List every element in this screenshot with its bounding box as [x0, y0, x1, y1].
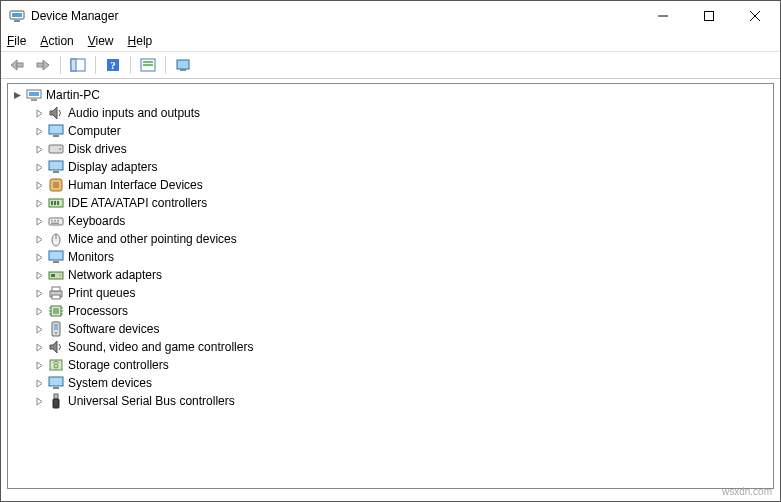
expand-icon[interactable]: [32, 304, 46, 318]
usb-icon: [48, 393, 64, 409]
expand-icon[interactable]: [10, 88, 24, 102]
expand-icon[interactable]: [32, 250, 46, 264]
tree-item[interactable]: System devices: [8, 374, 773, 392]
tree-item[interactable]: Monitors: [8, 248, 773, 266]
expand-icon[interactable]: [32, 340, 46, 354]
tree-item-label: Display adapters: [68, 160, 157, 174]
expand-icon[interactable]: [32, 160, 46, 174]
tree-root-label: Martin-PC: [46, 88, 100, 102]
maximize-button[interactable]: [686, 1, 732, 31]
tree-root[interactable]: Martin-PC: [8, 86, 773, 104]
ide-icon: [48, 195, 64, 211]
tree-item-label: Processors: [68, 304, 128, 318]
keyboard-icon: [48, 213, 64, 229]
properties-button[interactable]: [171, 54, 195, 76]
svg-rect-16: [177, 60, 189, 69]
toolbar: ?: [1, 51, 780, 79]
svg-text:?: ?: [110, 59, 116, 71]
expand-icon[interactable]: [32, 106, 46, 120]
close-button[interactable]: [732, 1, 778, 31]
menu-help[interactable]: Help: [128, 34, 153, 48]
tree-item-label: IDE ATA/ATAPI controllers: [68, 196, 207, 210]
expand-icon[interactable]: [32, 322, 46, 336]
tree-item-label: Storage controllers: [68, 358, 169, 372]
help-button[interactable]: ?: [101, 54, 125, 76]
tree-item[interactable]: IDE ATA/ATAPI controllers: [8, 194, 773, 212]
tree-item[interactable]: Keyboards: [8, 212, 773, 230]
scan-hardware-button[interactable]: [136, 54, 160, 76]
expand-icon[interactable]: [32, 232, 46, 246]
tree-item[interactable]: Print queues: [8, 284, 773, 302]
device-tree[interactable]: Martin-PC Audio inputs and outputsComput…: [7, 83, 774, 489]
svg-rect-15: [143, 64, 153, 66]
tree-item[interactable]: Mice and other pointing devices: [8, 230, 773, 248]
tree-item-label: Print queues: [68, 286, 135, 300]
tree-item[interactable]: Computer: [8, 122, 773, 140]
tree-item-label: Universal Serial Bus controllers: [68, 394, 235, 408]
minimize-button[interactable]: [640, 1, 686, 31]
speaker-icon: [48, 339, 64, 355]
tree-item[interactable]: Storage controllers: [8, 356, 773, 374]
expand-icon[interactable]: [32, 358, 46, 372]
speaker-icon: [48, 105, 64, 121]
tree-item[interactable]: Processors: [8, 302, 773, 320]
show-hide-tree-button[interactable]: [66, 54, 90, 76]
printer-icon: [48, 285, 64, 301]
hid-icon: [48, 177, 64, 193]
tree-item-label: Sound, video and game controllers: [68, 340, 253, 354]
window-title: Device Manager: [31, 9, 640, 23]
software-icon: [48, 321, 64, 337]
svg-rect-14: [143, 61, 153, 63]
toolbar-separator: [95, 56, 96, 74]
monitor-icon: [48, 375, 64, 391]
menu-action[interactable]: Action: [40, 34, 73, 48]
tree-item[interactable]: Human Interface Devices: [8, 176, 773, 194]
expand-icon[interactable]: [32, 286, 46, 300]
window-controls: [640, 1, 778, 31]
monitor-icon: [48, 159, 64, 175]
menu-file[interactable]: File: [7, 34, 26, 48]
expand-icon[interactable]: [32, 376, 46, 390]
svg-rect-19: [29, 92, 39, 96]
monitor-icon: [48, 249, 64, 265]
tree-item[interactable]: Disk drives: [8, 140, 773, 158]
tree-item-label: Keyboards: [68, 214, 125, 228]
tree-item-label: System devices: [68, 376, 152, 390]
forward-button[interactable]: [31, 54, 55, 76]
svg-rect-8: [37, 63, 43, 67]
titlebar: Device Manager: [1, 1, 780, 31]
svg-rect-20: [31, 99, 37, 101]
tree-item[interactable]: Software devices: [8, 320, 773, 338]
toolbar-separator: [130, 56, 131, 74]
back-button[interactable]: [5, 54, 29, 76]
expand-icon[interactable]: [32, 142, 46, 156]
svg-rect-10: [71, 59, 76, 71]
expand-icon[interactable]: [32, 214, 46, 228]
tree-item-label: Human Interface Devices: [68, 178, 203, 192]
toolbar-separator: [60, 56, 61, 74]
menu-view[interactable]: View: [88, 34, 114, 48]
tree-item-label: Monitors: [68, 250, 114, 264]
monitor-icon: [48, 123, 64, 139]
expand-icon[interactable]: [32, 394, 46, 408]
tree-item-label: Computer: [68, 124, 121, 138]
svg-rect-2: [14, 20, 20, 22]
expand-icon[interactable]: [32, 268, 46, 282]
tree-item[interactable]: Universal Serial Bus controllers: [8, 392, 773, 410]
tree-item-label: Disk drives: [68, 142, 127, 156]
svg-rect-4: [705, 12, 714, 21]
expand-icon[interactable]: [32, 178, 46, 192]
expand-icon[interactable]: [32, 124, 46, 138]
tree-item[interactable]: Sound, video and game controllers: [8, 338, 773, 356]
tree-item-label: Network adapters: [68, 268, 162, 282]
tree-item-label: Mice and other pointing devices: [68, 232, 237, 246]
watermark: wsxdn.com: [722, 486, 772, 497]
tree-item-label: Software devices: [68, 322, 159, 336]
tree-item-label: Audio inputs and outputs: [68, 106, 200, 120]
disk-icon: [48, 141, 64, 157]
mouse-icon: [48, 231, 64, 247]
tree-item[interactable]: Network adapters: [8, 266, 773, 284]
tree-item[interactable]: Audio inputs and outputs: [8, 104, 773, 122]
tree-item[interactable]: Display adapters: [8, 158, 773, 176]
expand-icon[interactable]: [32, 196, 46, 210]
